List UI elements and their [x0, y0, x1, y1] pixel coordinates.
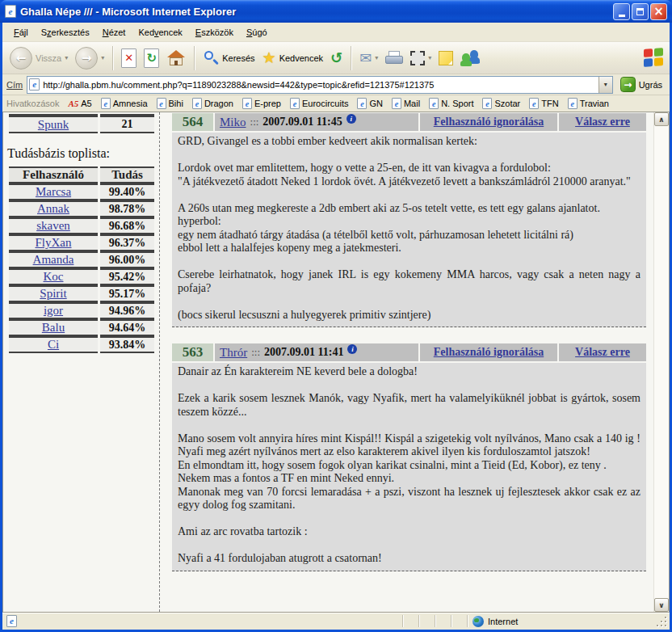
menu-help[interactable]: Súgó [240, 24, 274, 40]
title-bar[interactable]: e Ghalla Népe /// - Microsoft Internet E… [0, 0, 672, 23]
user-link[interactable]: Amanda [33, 253, 74, 266]
table-row: Spirit95.17% [9, 285, 154, 302]
user-link[interactable]: Marcsa [36, 185, 71, 198]
ie-link-icon: e [192, 98, 202, 109]
address-dropdown-icon[interactable]: ▾ [598, 77, 612, 93]
link-mail[interactable]: eMail [392, 98, 420, 109]
address-url[interactable]: http://ghalla.pbm.hu/comment.php?q=11890… [43, 80, 598, 90]
back-button[interactable]: ← Vissza ▾ [7, 45, 70, 71]
mail-icon: ✉ [359, 51, 372, 65]
link-tfn[interactable]: eTFN [529, 98, 558, 109]
user-link[interactable]: FlyXan [36, 236, 72, 249]
mail-button[interactable]: ✉ ▾ [357, 49, 380, 67]
menu-view[interactable]: Nézet [96, 24, 132, 40]
link-travian[interactable]: eTravian [568, 98, 609, 109]
mail-dropdown-icon[interactable]: ▾ [375, 54, 378, 61]
reply-link[interactable]: Válasz erre [575, 346, 630, 359]
reply-link[interactable]: Válasz erre [575, 116, 630, 129]
ie-status-icon: e [6, 615, 17, 627]
link-bihi[interactable]: eBihi [157, 98, 183, 109]
edit-button[interactable]: ▾ [408, 49, 434, 67]
ignore-user-link[interactable]: Felhasználó ignorálása [434, 116, 544, 129]
edit-dropdown-icon[interactable]: ▾ [428, 54, 431, 61]
favorites-button[interactable]: ★ Kedvencek [260, 48, 326, 67]
scroll-down-button[interactable]: ∨ [654, 598, 669, 612]
resize-grip[interactable] [657, 617, 668, 628]
scrollbar-track[interactable] [654, 126, 669, 598]
author-link[interactable]: Miko [220, 116, 246, 129]
window-controls: × [613, 3, 667, 20]
home-button[interactable] [164, 48, 188, 69]
reply-cell: Válasz erre [559, 343, 646, 361]
maximize-button[interactable] [632, 3, 649, 20]
discuss-button[interactable] [436, 49, 456, 67]
user-link[interactable]: igor [44, 304, 63, 317]
user-link[interactable]: Balu [42, 321, 65, 334]
author-link[interactable]: Thrór [220, 346, 247, 360]
score-value: 93.84% [100, 336, 154, 353]
user-score-value: 21 [100, 116, 154, 133]
post-body: Danair az Én karaktereim NE keverd bele … [172, 363, 646, 571]
info-icon[interactable]: i [346, 114, 356, 124]
go-button[interactable]: → Ugrás [617, 76, 666, 93]
stop-icon: ✕ [121, 48, 136, 68]
link-dragon[interactable]: eDragon [192, 98, 233, 109]
score-value: 96.68% [100, 217, 154, 234]
table-row: Koc95.42% [9, 268, 154, 285]
ie-link-icon: e [482, 98, 492, 109]
post-header: 564 Miko ::: 2007.09.01 11:45 i Felhaszn… [172, 113, 646, 131]
home-icon [166, 49, 186, 67]
user-link[interactable]: Ci [48, 338, 59, 351]
link-eurocircuits[interactable]: eEurocircuits [290, 98, 348, 109]
links-bar: Hivatkozások A5A5 eAmnesia eBihi eDragon… [2, 95, 670, 112]
link-eprep[interactable]: eE-prep [242, 98, 281, 109]
forward-button[interactable]: → ▾ [73, 45, 107, 71]
back-dropdown-icon[interactable]: ▾ [65, 54, 68, 61]
user-link[interactable]: Annak [37, 202, 69, 215]
refresh-button[interactable]: ↻ [141, 47, 162, 70]
post-author-cell: Miko ::: 2007.09.01 11:45 i [215, 113, 418, 131]
scroll-up-button[interactable]: ∧ [654, 112, 669, 126]
user-link[interactable]: Koc [44, 270, 64, 283]
link-amnesia[interactable]: eAmnesia [101, 98, 148, 109]
link-nsport[interactable]: eN. Sport [429, 98, 473, 109]
menu-tools[interactable]: Eszközök [189, 24, 240, 40]
ignore-user-link[interactable]: Felhasználó ignorálása [434, 346, 544, 359]
link-a5[interactable]: A5A5 [68, 99, 91, 108]
minimize-button[interactable] [613, 3, 630, 20]
close-button[interactable]: × [650, 3, 667, 20]
vertical-scrollbar[interactable]: ∧ ∨ [653, 112, 669, 612]
search-button[interactable]: Keresés [200, 48, 257, 68]
score-value: 96.37% [100, 234, 154, 251]
ie-link-icon: e [529, 98, 539, 109]
print-button[interactable] [383, 49, 405, 67]
status-pane [403, 613, 418, 630]
menu-edit[interactable]: Szerkesztés [35, 24, 96, 40]
post-number: 564 [172, 113, 213, 131]
user-link[interactable]: skaven [36, 219, 70, 232]
author-separator: ::: [251, 346, 260, 359]
edit-icon [410, 51, 425, 65]
menu-favorites[interactable]: Kedvencek [132, 24, 188, 40]
messenger-button[interactable] [458, 48, 482, 68]
forum-post-563: 563 Thrór ::: 2007.09.01 11:41 i Felhasz… [172, 343, 646, 571]
forward-dropdown-icon[interactable]: ▾ [101, 54, 104, 61]
post-body: GRD, Givangel es a tobbi ember kedveert … [172, 133, 646, 327]
user-link-spunk[interactable]: Spunk [38, 118, 69, 131]
score-value: 99.40% [100, 183, 154, 200]
status-message-pane [25, 613, 402, 630]
link-gn[interactable]: eGN [357, 98, 383, 109]
table-row: Balu94.64% [9, 319, 154, 336]
stop-button[interactable]: ✕ [119, 47, 139, 70]
table-row: skaven96.68% [9, 217, 154, 234]
column-score: Tudás [100, 166, 154, 183]
info-icon[interactable]: i [347, 344, 357, 354]
menu-file[interactable]: Fájl [7, 24, 35, 40]
history-button[interactable]: ↺ [328, 49, 345, 67]
toplist-heading: Tudásbázis toplista: [7, 146, 159, 161]
ie-link-icon: e [568, 98, 578, 109]
user-link[interactable]: Spirit [40, 287, 66, 300]
address-input[interactable]: e http://ghalla.pbm.hu/comment.php?q=118… [27, 76, 612, 94]
post-datetime: 2007.09.01 11:45 [262, 116, 342, 129]
link-szotar[interactable]: eSzotar [482, 98, 520, 109]
